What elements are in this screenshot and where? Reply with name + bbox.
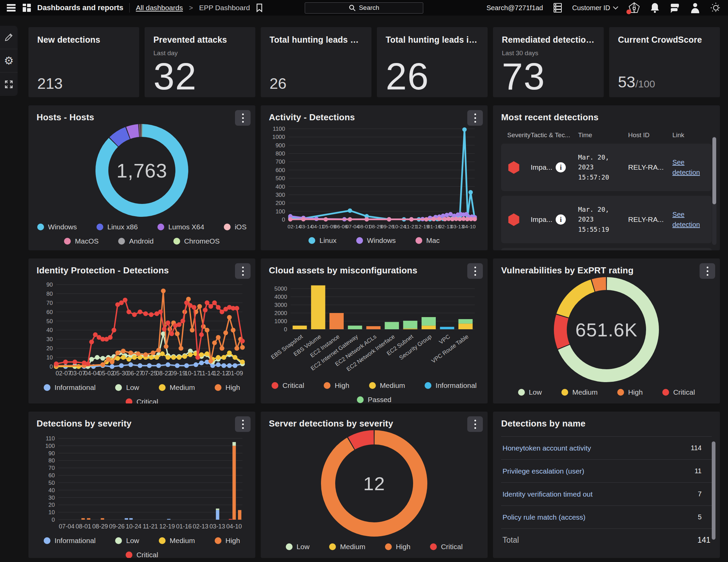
legend-dot-icon	[369, 382, 376, 389]
legend-label: Medium	[380, 381, 405, 390]
customer-id-label: Customer ID	[572, 4, 610, 12]
tactic-cell: Impa...	[531, 215, 552, 224]
dashboards-grid-icon[interactable]	[22, 3, 31, 12]
kpi-prevented-attacks: Prevented attacks Last day 32	[145, 27, 255, 97]
list-scrollbar[interactable]	[711, 441, 716, 540]
svg-text:110: 110	[46, 435, 55, 442]
time-cell: Mar. 20, 2023 15:55:19	[578, 206, 609, 233]
cloud-assets-bar-chart: 010002000300040005000EBS SnapshotEBS Vol…	[269, 280, 479, 380]
total-row: Total 141	[501, 536, 712, 545]
detection-name-link[interactable]: Honeytoken account activity	[502, 444, 591, 452]
bell-icon[interactable]	[650, 2, 660, 13]
fullscreen-expand-icon[interactable]	[0, 72, 18, 96]
see-detection-link[interactable]: See detection	[672, 209, 700, 230]
user-profile-icon[interactable]	[690, 2, 700, 13]
panel-hosts: Hosts - Hosts 1,763 WindowsLinux x86Lumo…	[28, 105, 255, 250]
svg-text:60: 60	[48, 472, 55, 479]
svg-text:05-30: 05-30	[113, 370, 128, 377]
info-icon[interactable]: i	[556, 214, 566, 225]
host-stack-icon[interactable]	[553, 3, 562, 13]
theme-toggle-sun-icon[interactable]	[710, 2, 721, 13]
legend-label: Informational	[55, 383, 95, 392]
column-link: Link	[672, 131, 710, 139]
legend-label: MacOS	[75, 237, 99, 245]
legend-dot-icon	[356, 237, 363, 244]
hamburger-menu-icon[interactable]	[7, 4, 16, 12]
scrollbar-thumb[interactable]	[712, 441, 715, 540]
falcon-notification-button[interactable]	[628, 2, 640, 14]
legend-dot-icon	[115, 384, 122, 391]
customer-id-dropdown[interactable]: Customer ID	[572, 4, 618, 12]
hosts-donut-chart: 1,763	[37, 123, 247, 218]
svg-text:EBS Snapshot: EBS Snapshot	[270, 333, 304, 361]
host-id-cell: RELY-RA...	[628, 215, 664, 223]
svg-text:10: 10	[46, 354, 53, 361]
legend-label: Low	[126, 383, 139, 392]
legend-dot-icon	[215, 384, 221, 391]
legend-label: Linux x86	[107, 223, 138, 231]
info-icon[interactable]: i	[556, 162, 566, 172]
svg-text:09-26: 09-26	[109, 523, 125, 530]
edit-pencil-icon[interactable]	[0, 26, 18, 49]
legend-item: Medium	[369, 381, 405, 390]
svg-text:30: 30	[48, 495, 55, 501]
kebab-menu-icon[interactable]	[235, 110, 251, 126]
cloud-legend: CriticalHighMediumInformationalPassed	[269, 381, 479, 403]
kebab-menu-icon[interactable]	[467, 110, 483, 126]
legend-item: iOS	[224, 223, 247, 231]
legend-dot-icon	[37, 224, 44, 230]
list-item[interactable]: Honeytoken account activity 114	[501, 436, 712, 459]
legend-label: Critical	[441, 543, 463, 551]
svg-text:300: 300	[276, 192, 285, 198]
svg-text:1100: 1100	[273, 126, 285, 132]
kpi-title: Current CrowdScore	[618, 35, 711, 45]
kebab-menu-icon[interactable]	[235, 263, 251, 279]
settings-gear-icon[interactable]: ⚙	[0, 49, 18, 72]
bookmark-icon[interactable]	[256, 3, 263, 12]
legend-item: High	[324, 381, 349, 390]
scrollbar-thumb[interactable]	[712, 137, 716, 204]
legend-dot-icon	[385, 543, 392, 550]
svg-text:10-24: 10-24	[126, 523, 142, 530]
kpi-title: New detections	[37, 35, 130, 45]
kebab-menu-icon[interactable]	[235, 416, 251, 432]
identity-line-chart: 010203040506070809002-0703-0704-0405-020…	[37, 280, 247, 379]
breadcrumb-all-dashboards[interactable]: All dashboards	[136, 4, 183, 12]
legend-label: Low	[529, 388, 542, 396]
messages-icon[interactable]	[670, 3, 680, 13]
kpi-value: 26	[386, 57, 429, 97]
legend-label: iOS	[235, 223, 247, 231]
legend-item: Low	[115, 537, 139, 545]
legend-dot-icon	[617, 389, 624, 396]
svg-text:40: 40	[48, 487, 55, 494]
kpi-title: Total hunting leads gene...	[270, 35, 363, 45]
legend-label: Critical	[136, 398, 158, 403]
kebab-menu-icon[interactable]	[467, 263, 483, 279]
table-row[interactable]: ⬢ Impa...i Mar. 20, 2023 15:55:19 RELY-R…	[501, 196, 712, 243]
detection-name-link[interactable]: Privilege escalation (user)	[502, 467, 584, 475]
global-search-input[interactable]: Search	[305, 2, 423, 14]
detection-name-link[interactable]: Identity verification timed out	[502, 490, 593, 498]
list-item[interactable]: Privilege escalation (user) 11	[501, 459, 712, 482]
table-scrollbar[interactable]	[712, 137, 716, 245]
legend-label: Passed	[368, 396, 391, 403]
detection-name-link[interactable]: Policy rule match (access)	[502, 513, 585, 521]
list-item[interactable]: Policy rule match (access) 5	[501, 505, 712, 529]
table-row[interactable]: ⬢ Impa...i Mar. 20, 2023 15:57:20 RELY-R…	[501, 144, 712, 191]
legend-row: LowMediumHighCritical	[518, 388, 695, 396]
detection-count: 7	[698, 490, 702, 498]
identity-legend: InformationalLowMediumHighCritical	[37, 383, 247, 403]
kebab-menu-icon[interactable]	[467, 416, 483, 432]
panel-grid: Hosts - Hosts 1,763 WindowsLinux x86Lumo…	[28, 105, 720, 558]
legend-row: Passed	[357, 396, 391, 403]
legend-label: Lumos X64	[168, 223, 204, 231]
account-label[interactable]: Search@7271f1ad	[487, 4, 543, 12]
legend-item: High	[215, 383, 240, 392]
legend-dot-icon	[286, 543, 293, 550]
legend-item: Informational	[425, 381, 476, 390]
list-item[interactable]: Identity verification timed out 7	[501, 482, 712, 505]
kebab-menu-icon[interactable]	[700, 263, 715, 279]
hosts-legend: WindowsLinux x86Lumos X64iOSMacOSAndroid…	[37, 223, 247, 245]
legend-item: Linux	[308, 236, 336, 245]
see-detection-link[interactable]: See detection	[672, 157, 700, 178]
